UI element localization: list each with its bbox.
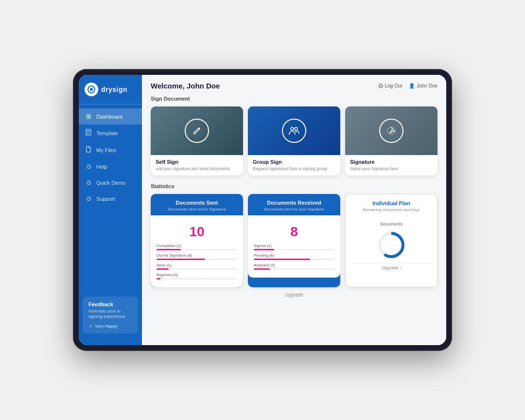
quickdemo-icon: ⊙ <box>85 179 92 186</box>
sidebar-item-help[interactable]: ⊙ Help <box>79 158 142 175</box>
docs-received-body: 8 Signed (1) Pending (8) Rejected (2) <box>248 215 340 278</box>
individual-plan-body: Documents Upgrade › <box>346 216 437 278</box>
sidebar-item-template[interactable]: Template <box>79 124 142 141</box>
self-sign-desc: Add your signature and send documents <box>156 166 238 172</box>
svg-point-1 <box>90 88 93 91</box>
docs-received-label-1: Pending (8) <box>254 253 334 258</box>
plan-donut-chart <box>377 230 406 260</box>
svg-point-6 <box>291 127 294 130</box>
docs-received-number: 8 <box>254 224 334 240</box>
sidebar-logo: drysign <box>79 83 142 105</box>
sign-document-section-title: Sign Document <box>151 96 438 102</box>
upgrade-arrow-icon: › <box>400 265 401 270</box>
docs-received-subtitle: Documents sent for your Signature <box>254 207 334 211</box>
sign-cards: Self Sign Add your signature and send do… <box>151 106 438 175</box>
tablet-screen: drysign ⊞ Dashboard Template My Fil <box>79 75 446 345</box>
group-sign-card[interactable]: Group Sign Request signatures from a sig… <box>248 106 340 175</box>
sidebar-item-template-label: Template <box>96 130 118 136</box>
template-icon <box>85 129 92 137</box>
sidebar-item-dashboard[interactable]: ⊞ Dashboard <box>79 108 142 124</box>
individual-plan-title: Individual Plan <box>351 200 431 206</box>
docs-received-row-0: Signed (1) <box>254 244 334 250</box>
docs-received-bar-1 <box>254 259 334 260</box>
docs-received-title: Documents Received <box>254 200 334 206</box>
logout-icon: ⏻ <box>378 83 383 88</box>
self-sign-card[interactable]: Self Sign Add your signature and send do… <box>151 106 243 175</box>
group-sign-desc: Request signatures from a signing group <box>253 166 335 172</box>
docs-sent-row-0: Completed (1) <box>157 244 237 250</box>
sidebar-item-quickdemo[interactable]: ⊙ Quick Demo <box>79 175 142 191</box>
help-icon: ⊙ <box>85 163 92 170</box>
docs-sent-row-2: Seen (1) <box>157 263 237 270</box>
welcome-title: Welcome, John Doe <box>151 82 220 90</box>
sidebar-footer: Feedback How was your e-signing experien… <box>83 297 138 333</box>
docs-received-card: Documents Received Documents sent for yo… <box>248 194 340 287</box>
docs-sent-label-2: Seen (1) <box>157 263 237 267</box>
smiley-icon: ☺ <box>88 324 93 329</box>
docs-sent-number: 10 <box>157 224 237 240</box>
upgrade-label: Upgrade <box>285 292 303 298</box>
group-sign-image <box>248 106 340 155</box>
self-sign-circle-icon <box>185 119 209 143</box>
group-sign-title: Group Sign <box>253 159 335 165</box>
docs-received-row-2: Rejected (2) <box>254 263 334 270</box>
group-sign-circle-icon <box>282 119 306 143</box>
header-actions: ⏻ Log Out 👤 John Doe <box>378 83 438 88</box>
individual-plan-header: Individual Plan Remaining Documents and … <box>346 194 437 216</box>
docs-received-row-1: Pending (8) <box>254 253 334 260</box>
sidebar-item-myfiles[interactable]: My Files <box>79 141 142 158</box>
plan-label: Documents <box>351 222 431 227</box>
dashboard-icon: ⊞ <box>85 113 92 120</box>
docs-sent-header: Documents Sent Documents sent out for Si… <box>151 194 243 215</box>
logo-icon <box>85 83 98 96</box>
sidebar: drysign ⊞ Dashboard Template My Fil <box>79 75 142 345</box>
self-sign-title: Self Sign <box>156 159 238 165</box>
main-content: Welcome, John Doe ⏻ Log Out 👤 John Doe S… <box>142 75 446 345</box>
docs-sent-body: 10 Completed (1) Out for Signature (8) S… <box>151 215 243 287</box>
signature-card[interactable]: Signature Setup your Signature here <box>345 106 438 175</box>
docs-sent-subtitle: Documents sent out for Signature <box>157 207 237 211</box>
self-sign-image <box>151 106 243 155</box>
logout-button[interactable]: ⏻ Log Out <box>378 83 402 88</box>
docs-received-label-2: Rejected (2) <box>254 263 334 267</box>
individual-plan-subtitle: Remaining Documents and Days <box>351 208 431 212</box>
sidebar-item-dashboard-label: Dashboard <box>96 114 122 120</box>
svg-point-7 <box>295 127 298 130</box>
docs-received-bar-2 <box>254 268 334 270</box>
individual-plan-card: Individual Plan Remaining Documents and … <box>345 194 438 287</box>
docs-sent-label-3: Rejected (0) <box>157 273 237 277</box>
header: Welcome, John Doe ⏻ Log Out 👤 John Doe <box>151 82 438 90</box>
docs-sent-row-3: Rejected (0) <box>157 273 237 280</box>
myfiles-icon <box>85 146 92 154</box>
signature-image <box>345 106 438 155</box>
docs-sent-row-1: Out for Signature (8) <box>157 253 237 260</box>
sidebar-item-support-label: Support <box>96 196 115 202</box>
stats-grid: Documents Sent Documents sent out for Si… <box>151 194 438 287</box>
sidebar-item-help-label: Help <box>96 164 107 170</box>
docs-sent-label-1: Out for Signature (8) <box>157 253 237 258</box>
statistics-section-title: Statistics <box>151 183 438 189</box>
docs-sent-bar-3 <box>157 278 237 280</box>
docs-sent-card: Documents Sent Documents sent out for Si… <box>151 194 243 287</box>
docs-sent-bar-2 <box>157 268 237 270</box>
signature-desc: Setup your Signature here <box>350 166 433 172</box>
support-icon: ⊙ <box>85 195 92 202</box>
docs-received-header: Documents Received Documents sent for yo… <box>248 194 340 215</box>
docs-sent-bar-0 <box>157 249 237 250</box>
docs-received-bar-0 <box>254 249 334 250</box>
logo-text: drysign <box>101 86 127 93</box>
user-icon: 👤 <box>409 83 415 88</box>
signature-card-body: Signature Setup your Signature here <box>345 155 438 175</box>
self-sign-card-body: Self Sign Add your signature and send do… <box>151 155 243 175</box>
upgrade-button[interactable]: Upgrade › <box>351 263 431 272</box>
feedback-title: Feedback <box>88 301 132 307</box>
tablet-wrapper: drysign ⊞ Dashboard Template My Fil <box>73 69 452 351</box>
feedback-subtitle: How was your e-signing experience <box>88 309 132 320</box>
feedback-option[interactable]: ☺ Very Happy <box>88 324 132 329</box>
docs-sent-bar-1 <box>157 259 237 260</box>
docs-received-label-0: Signed (1) <box>254 244 334 248</box>
signature-circle-icon <box>379 119 403 143</box>
docs-sent-label-0: Completed (1) <box>157 244 237 248</box>
sidebar-item-support[interactable]: ⊙ Support <box>79 191 142 207</box>
user-info: 👤 John Doe <box>409 83 438 88</box>
